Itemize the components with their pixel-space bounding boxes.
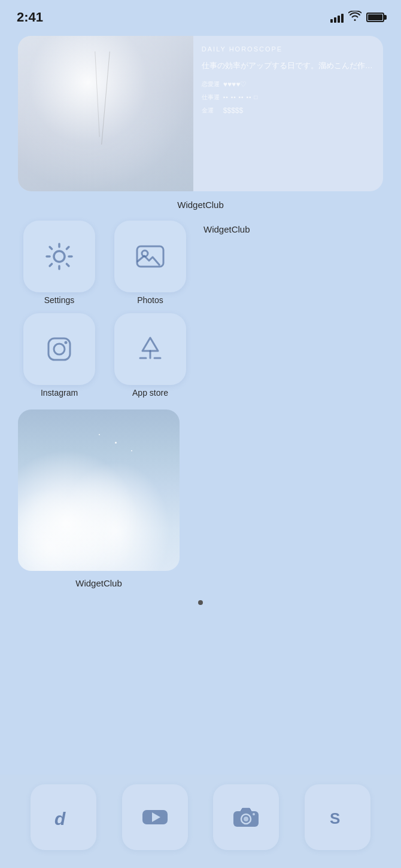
svg-point-4 [54, 344, 65, 354]
svg-rect-1 [137, 246, 163, 267]
horoscope-title: DAILY HOROSCOPE [202, 45, 375, 53]
water-widget-label: WidgetClub [203, 224, 250, 234]
status-bar: 2:41 [0, 0, 401, 30]
signal-icon [330, 12, 344, 23]
horoscope-image [18, 36, 193, 191]
svg-text:S: S [330, 809, 340, 827]
appstore-label: App store [132, 388, 168, 398]
horoscope-money-row: 金運 $$$$$ [202, 106, 375, 115]
app-grid: Settings Photos [18, 221, 192, 398]
app-grid-section: Settings Photos [18, 221, 383, 398]
camera-icon [231, 802, 261, 832]
horoscope-widget-label: WidgetClub [18, 200, 383, 210]
photos-label: Photos [137, 295, 163, 305]
instagram-label: Instagram [41, 388, 78, 398]
instagram-app[interactable]: Instagram [18, 313, 101, 398]
sheets-icon: S [323, 802, 353, 832]
battery-icon [366, 13, 384, 22]
svg-point-0 [54, 251, 65, 262]
horoscope-text: 仕事の効率がアップする日です。溜めこんだ作… [202, 60, 375, 72]
tiktok-dock-icon[interactable]: d [31, 784, 96, 850]
home-screen: DAILY HOROSCOPE 仕事の効率がアップする日です。溜めこんだ作… 恋… [0, 30, 401, 605]
gear-icon [43, 240, 75, 273]
status-time: 2:41 [17, 10, 43, 25]
page-dot-active [198, 600, 203, 605]
svg-point-5 [65, 341, 68, 344]
youtube-dock-icon[interactable] [122, 784, 188, 850]
photos-app[interactable]: Photos [109, 221, 192, 305]
settings-icon-bg[interactable] [23, 221, 95, 292]
sky-widget-label: WidgetClub [18, 578, 180, 588]
status-icons [330, 11, 384, 25]
horoscope-widget[interactable]: DAILY HOROSCOPE 仕事の効率がアップする日です。溜めこんだ作… 恋… [18, 36, 383, 191]
svg-point-12 [253, 813, 255, 815]
page-indicator [18, 600, 383, 605]
settings-app[interactable]: Settings [18, 221, 101, 305]
sky-widget[interactable] [18, 409, 180, 571]
photo-icon [134, 240, 166, 273]
tiktok-icon: d [48, 802, 78, 832]
settings-label: Settings [44, 295, 75, 305]
youtube-icon [140, 802, 170, 832]
horoscope-work-row: 仕事運 ▪▪ ▪▪ ▪▪ ▪▪ □ [202, 93, 375, 102]
horoscope-love-row: 恋愛運 ♥♥♥♥♡ [202, 80, 375, 88]
horoscope-content: DAILY HOROSCOPE 仕事の効率がアップする日です。溜めこんだ作… 恋… [193, 36, 383, 191]
dock: d S [0, 775, 401, 868]
svg-text:d: d [54, 809, 66, 829]
wifi-icon [348, 11, 361, 25]
appstore-icon-bg[interactable] [114, 313, 186, 385]
sky-section: WidgetClub [18, 409, 383, 600]
sheets-dock-icon[interactable]: S [305, 784, 370, 850]
instagram-icon-bg[interactable] [23, 313, 95, 385]
photos-icon-bg[interactable] [114, 221, 186, 292]
camera-dock-icon[interactable] [213, 784, 279, 850]
appstore-icon [134, 333, 166, 365]
svg-point-11 [244, 817, 248, 821]
instagram-icon [43, 333, 75, 365]
appstore-app[interactable]: App store [109, 313, 192, 398]
water-widget-wrap: WidgetClub [203, 221, 250, 234]
